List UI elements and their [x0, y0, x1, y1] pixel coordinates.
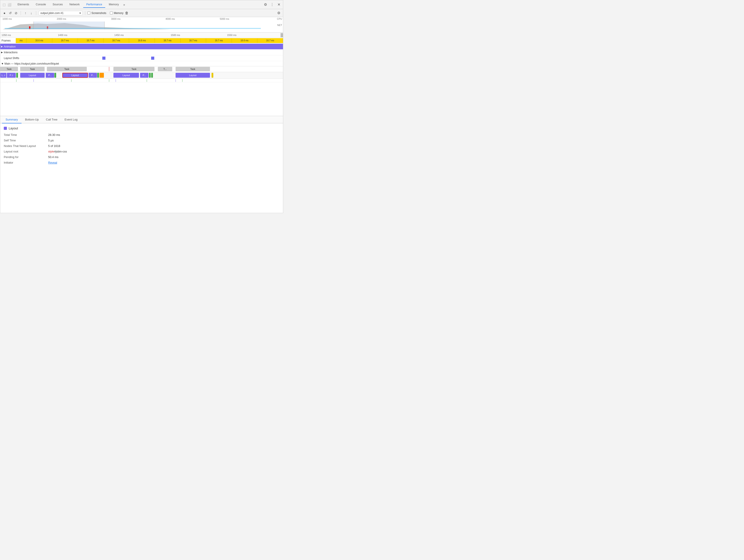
download-button[interactable]: ↓	[29, 11, 34, 15]
layout-root-row: Layout root style#jsbin-css	[4, 150, 280, 153]
animation-row[interactable]: ▶ Animation	[0, 44, 283, 49]
task-block-0[interactable]: Task	[0, 67, 18, 71]
sub-block-p2[interactable]: P...	[46, 73, 54, 78]
total-time-val: 28.30 ms	[48, 133, 60, 137]
tab-memory[interactable]: Memory	[106, 2, 122, 8]
interactions-label: Interactions	[4, 51, 17, 54]
clear-recordings-button[interactable]: 🗑	[124, 11, 129, 15]
sub-block-layout3[interactable]: Layout	[176, 73, 210, 78]
frame-cell-9[interactable]: 16.6 ms	[232, 38, 257, 43]
tab-sources[interactable]: Sources	[49, 2, 66, 8]
timeline-panel: 1350 ms 1400 ms 1450 ms 1500 ms 1550 ms …	[0, 33, 283, 116]
task-block-2[interactable]: Task	[47, 67, 87, 71]
overview-area[interactable]: 1000 ms 2000 ms 3000 ms 4000 ms 5000 ms …	[0, 17, 283, 33]
time-label-4000: 4000 ms	[165, 17, 220, 20]
reload-button[interactable]: ↺	[8, 11, 13, 15]
task-block-4[interactable]: T...	[158, 67, 172, 71]
tick-mark-6	[147, 79, 147, 82]
interactions-row[interactable]: ▶ Interactions	[0, 49, 283, 55]
tab-elements[interactable]: Elements	[14, 2, 32, 8]
sub-block-p3[interactable]: P...	[88, 73, 97, 78]
device-icon[interactable]: ⬜	[7, 3, 11, 7]
layout-shift-marker-2	[151, 57, 154, 60]
nodes-row: Nodes That Need Layout 5 of 1618	[4, 144, 280, 148]
frame-cell-0[interactable]: ms	[16, 38, 27, 43]
time-label-2000: 2000 ms	[57, 17, 111, 20]
separator2	[36, 11, 36, 15]
screenshots-checkbox[interactable]	[87, 11, 90, 14]
task-block-1[interactable]: Task	[20, 67, 45, 71]
memory-checkbox[interactable]	[110, 11, 113, 14]
layout-root-tag: #jsbin-css	[54, 150, 67, 153]
record-button[interactable]: ●	[2, 11, 7, 15]
close-icon[interactable]: ✕	[276, 2, 281, 7]
sub-block-layout-selected[interactable]: Layout	[62, 73, 88, 78]
frame-cell-8[interactable]: 16.7 ms	[206, 38, 232, 43]
summary-title-text: Layout	[9, 126, 18, 130]
sub-block-pt[interactable]: P..t	[7, 73, 16, 78]
tab-call-tree[interactable]: Call Tree	[42, 116, 61, 123]
overview-time-labels: 1000 ms 2000 ms 3000 ms 4000 ms 5000 ms	[2, 17, 274, 20]
pending-val: 50.4 ms	[48, 155, 59, 159]
self-time-key: Self Time	[4, 139, 48, 142]
frame-cell-4[interactable]: 16.7 ms	[104, 38, 129, 43]
scrollbar-track[interactable]	[280, 33, 283, 37]
layout-shifts-row[interactable]: Layout Shifts	[0, 55, 283, 61]
inspect-icon[interactable]: ⬚	[2, 3, 6, 7]
frames-label: Frames	[0, 39, 16, 42]
summary-title: Layout	[4, 126, 280, 130]
upload-button[interactable]: ↑	[23, 11, 28, 15]
summary-panel: Layout Total Time 28.30 ms Self Time 5 μ…	[0, 123, 283, 213]
sub-block-orange[interactable]	[100, 73, 104, 78]
tick-1550: 1550 ms	[227, 34, 283, 36]
sub-block-g5	[151, 73, 153, 78]
animation-toggle[interactable]: ▶	[1, 45, 3, 48]
sub-block-g1	[16, 73, 18, 78]
time-ruler: 1350 ms 1400 ms 1450 ms 1500 ms 1550 ms	[0, 33, 283, 38]
tab-console[interactable]: Console	[33, 2, 49, 8]
tab-network[interactable]: Network	[66, 2, 83, 8]
screenshots-checkbox-label[interactable]: Screenshots	[87, 11, 106, 15]
more-options-icon[interactable]: ⋮	[270, 2, 274, 7]
nav-icons: ⬚ ⬜	[2, 3, 11, 7]
scrollbar-thumb[interactable]	[281, 33, 283, 38]
settings-icon[interactable]: ⚙	[263, 2, 268, 7]
more-tabs-icon[interactable]: »	[123, 3, 125, 6]
sub-block-layout2[interactable]: Layout	[113, 73, 139, 78]
tick-mark-1	[16, 79, 16, 82]
task-block-3[interactable]: Task	[113, 67, 154, 71]
task-block-5[interactable]: Task	[176, 67, 210, 71]
cpu-label: CPU	[277, 17, 282, 20]
tab-summary[interactable]: Summary	[2, 116, 22, 123]
layout-color-swatch	[4, 127, 7, 130]
nodes-val: 5 of 1618	[48, 144, 60, 148]
tab-event-log[interactable]: Event Log	[61, 116, 81, 123]
sub-block-layout1[interactable]: Layout	[20, 73, 45, 78]
animation-bar	[17, 45, 280, 49]
frame-cell-7[interactable]: 16.7 ms	[181, 38, 206, 43]
interactions-toggle[interactable]: ▶	[1, 51, 3, 53]
url-selector[interactable]: output.jsbin.com #1 ▾	[38, 11, 83, 15]
memory-checkbox-label[interactable]: Memory	[110, 11, 123, 15]
sub-block-lt[interactable]: L..t	[0, 73, 6, 78]
initiator-reveal-link[interactable]: Reveal	[48, 161, 57, 164]
frame-cell-3[interactable]: 16.7 ms	[78, 38, 104, 43]
clear-button[interactable]: ⊘	[13, 11, 18, 15]
time-label-1000: 1000 ms	[2, 17, 57, 20]
frame-cell-2[interactable]: 16.7 ms	[52, 38, 78, 43]
memory-label: Memory	[114, 11, 123, 15]
layout-shift-marker-1	[102, 57, 105, 60]
net-bar	[5, 28, 261, 29]
sub-tasks-row: L..t P..t Layout P... Layout P... Layout…	[0, 72, 283, 79]
capture-settings-button[interactable]: ⚙	[276, 11, 281, 15]
top-nav: ⬚ ⬜ Elements Console Sources Network Per…	[0, 0, 283, 9]
frame-cell-10[interactable]: 16.7 ms	[257, 38, 283, 43]
frame-cell-1[interactable]: 16.6 ms	[27, 38, 52, 43]
total-time-key: Total Time	[4, 133, 48, 137]
tab-performance[interactable]: Performance	[83, 2, 105, 8]
tab-bottom-up[interactable]: Bottom-Up	[22, 116, 42, 123]
frame-cell-6[interactable]: 16.7 ms	[155, 38, 181, 43]
sub-block-p4[interactable]: P...	[140, 73, 148, 78]
frame-cell-5[interactable]: 16.6 ms	[129, 38, 155, 43]
separator	[21, 11, 21, 15]
